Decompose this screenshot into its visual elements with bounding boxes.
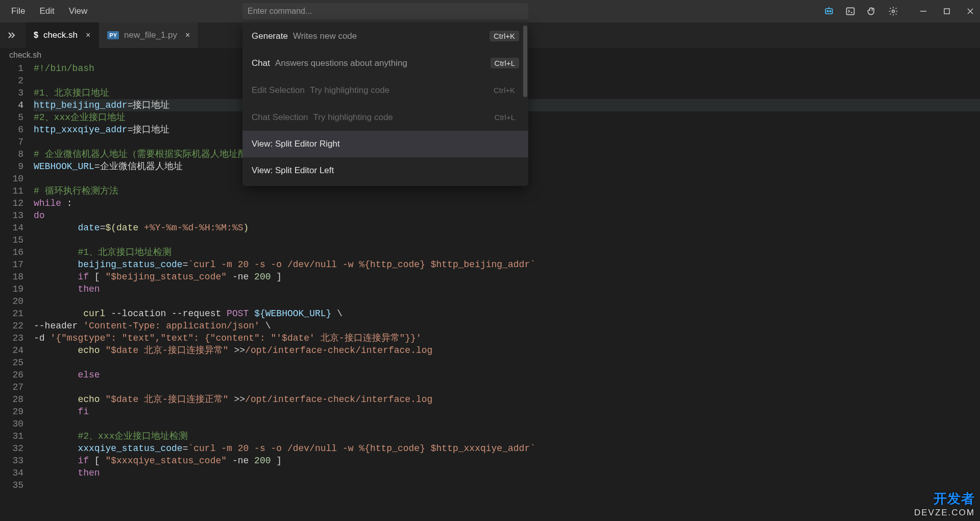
svg-point-2 [829, 11, 831, 12]
tab-label: check.sh [43, 30, 78, 40]
palette-item-shortcut: Ctrl+K [489, 85, 519, 96]
tab-close-icon[interactable]: × [86, 31, 90, 40]
close-icon[interactable] [966, 7, 975, 16]
palette-item-3: Chat SelectionTry highlighting codeCtrl+… [242, 104, 528, 131]
palette-item-label: View: Split Editor Left [252, 165, 334, 175]
palette-item-5[interactable]: View: Split Editor Left [242, 157, 528, 184]
minimize-icon[interactable] [919, 7, 928, 16]
palette-item-desc: Try highlighting code [310, 85, 389, 95]
palette-item-0[interactable]: GenerateWrites new codeCtrl+K [242, 22, 528, 50]
palette-item-label: Chat Selection [252, 112, 308, 122]
watermark: 开发者 DEVZE.COM [914, 490, 975, 518]
menu-edit[interactable]: Edit [32, 2, 61, 20]
svg-rect-8 [944, 9, 949, 14]
svg-rect-4 [847, 8, 854, 14]
svg-point-1 [827, 11, 828, 12]
command-input[interactable] [242, 7, 528, 16]
palette-item-desc: Writes new code [293, 31, 357, 41]
palette-item-shortcut: Ctrl+L [491, 58, 519, 68]
ai-icon[interactable] [824, 6, 834, 16]
wave-icon[interactable] [867, 6, 877, 16]
titlebar-icons [824, 6, 975, 16]
palette-item-shortcut: Ctrl+L [491, 112, 519, 123]
command-palette: GenerateWrites new codeCtrl+KChatAnswers… [242, 22, 528, 186]
watermark-top: 开发者 [914, 490, 975, 508]
maximize-icon[interactable] [942, 7, 951, 16]
palette-item-4[interactable]: View: Split Editor Right [242, 131, 528, 157]
palette-item-label: Generate [252, 31, 288, 41]
tab-check-sh[interactable]: $ check.sh × [26, 22, 99, 48]
gear-icon[interactable] [888, 6, 898, 16]
line-gutter: 1234567891011121314151617181920212223242… [0, 62, 34, 521]
palette-item-shortcut: Ctrl+K [489, 31, 519, 41]
svg-point-6 [892, 10, 895, 13]
menu-bar: File Edit View [4, 2, 94, 20]
tab-new-file-py[interactable]: PY new_file_1.py × [99, 22, 199, 48]
command-input-wrap[interactable] [242, 3, 528, 19]
tab-label: new_file_1.py [124, 30, 177, 40]
palette-scrollbar[interactable] [523, 26, 527, 97]
menu-view[interactable]: View [62, 2, 95, 20]
terminal-icon[interactable] [845, 6, 855, 16]
shell-file-icon: $ [34, 31, 38, 40]
palette-item-label: Edit Selection [252, 85, 305, 95]
palette-item-desc: Try highlighting code [313, 112, 393, 122]
palette-item-2: Edit SelectionTry highlighting codeCtrl+… [242, 77, 528, 104]
palette-item-1[interactable]: ChatAnswers questions about anythingCtrl… [242, 50, 528, 77]
palette-item-label: Chat [252, 58, 270, 68]
window-controls [919, 7, 975, 16]
python-file-icon: PY [107, 31, 119, 39]
palette-item-desc: Answers questions about anything [275, 58, 407, 68]
tab-overflow-icon[interactable] [0, 22, 26, 48]
watermark-bottom: DEVZE.COM [914, 508, 975, 518]
menu-file[interactable]: File [4, 2, 32, 20]
svg-rect-0 [825, 9, 832, 14]
palette-item-label: View: Split Editor Right [252, 139, 340, 149]
tab-close-icon[interactable]: × [185, 31, 190, 40]
titlebar: File Edit View [0, 0, 980, 22]
